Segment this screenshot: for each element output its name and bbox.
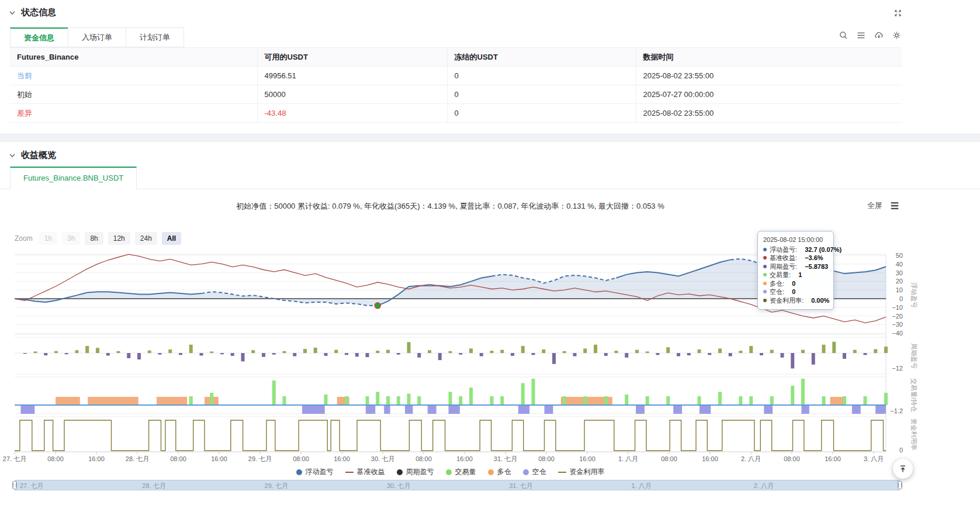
expand-icon[interactable] [893, 8, 903, 20]
cycle-pnl-bar [708, 353, 711, 355]
table-cell: 50000 [257, 85, 447, 104]
cycle-pnl-bar [594, 345, 597, 353]
series-bullet [763, 273, 767, 276]
chart-legend: 浮动盈亏 基准收益 周期盈亏 交易量 多仓 空仓 资金利用率 [15, 467, 886, 477]
legend-item-long[interactable]: 多仓 [488, 467, 511, 477]
volume-bar [698, 396, 701, 405]
x-axis-label: 29. 七月 [248, 455, 272, 462]
cycle-pnl-bar [324, 353, 328, 356]
cycle-pnl-bar [666, 347, 670, 353]
tab-plan-orders[interactable]: 计划订单 [126, 27, 184, 47]
legend-item-floating-pnl[interactable]: 浮动盈亏 [296, 467, 334, 477]
series-bullet [763, 282, 767, 285]
cycle-pnl-bar [272, 353, 276, 355]
cycle-pnl-bar [54, 351, 58, 353]
tab-fund-info[interactable]: 资金信息 [10, 27, 68, 47]
tab-entry-orders[interactable]: 入场订单 [68, 27, 126, 47]
table-row-initial: 初始 50000 0 2025-07-27 00:00:00 [10, 85, 902, 104]
navigator-left-handle[interactable] [12, 481, 17, 489]
gear-icon[interactable] [892, 30, 902, 40]
volume-bar [407, 394, 411, 406]
menu-icon[interactable] [856, 30, 866, 40]
short-position-block [764, 406, 773, 414]
y-axis-label: −10 [892, 304, 903, 311]
cycle-pnl-bar [469, 348, 473, 353]
cycle-pnl-bar [677, 353, 680, 357]
legend-item-cycle-pnl[interactable]: 周期盈亏 [397, 467, 434, 477]
series-bullet [763, 290, 767, 293]
cycle-pnl-bar [615, 351, 618, 353]
chevron-down-icon[interactable] [8, 9, 16, 17]
range-button-24h[interactable]: 24h [135, 232, 157, 245]
legend-item-short[interactable]: 空仓 [523, 467, 546, 477]
cycle-pnl-bar [687, 353, 691, 355]
x-axis-label: 16:00 [211, 455, 227, 462]
legend-item-benchmark[interactable]: 基准收益 [345, 467, 385, 477]
short-position-block [673, 406, 682, 414]
volume-bar [791, 386, 794, 405]
table-row-current: 当前 49956.51 0 2025-08-02 23:55:00 [10, 67, 902, 85]
cycle-pnl-bar [65, 353, 68, 354]
cycle-pnl-bar [884, 347, 888, 353]
cycle-pnl-bar [500, 350, 504, 354]
status-panel: 状态信息 资金信息 入场订单 计划订单 [0, 0, 980, 133]
x-axis-label: 2. 八月 [741, 455, 761, 462]
status-panel-title: 状态信息 [21, 7, 56, 18]
y-axis-label: 10 [896, 286, 903, 293]
range-button-12h[interactable]: 12h [108, 232, 130, 245]
legend-marker [558, 472, 566, 473]
cycle-pnl-bar [749, 346, 753, 353]
navigator-right-handle[interactable] [898, 481, 902, 489]
table-cell: -43.48 [257, 104, 447, 123]
arrow-up-to-line-icon [898, 464, 908, 473]
long-position-block [56, 397, 80, 405]
volume-bar [666, 396, 670, 405]
tab-futures-binance-bnb-usdt[interactable]: Futures_Binance.BNB_USDT [10, 167, 137, 189]
legend-marker [488, 469, 494, 475]
y-axis-label: 0 [899, 295, 903, 302]
x-axis-label: 27. 七月 [3, 455, 26, 462]
long-position-block [157, 397, 187, 405]
legend-item-utilization[interactable]: 资金利用率 [558, 467, 605, 477]
cycle-pnl-bar [386, 350, 390, 354]
tooltip-row: 空仓: 0 [763, 288, 828, 296]
long-position-block [830, 397, 843, 405]
cycle-pnl-bar [864, 353, 867, 355]
short-position-block [852, 406, 861, 414]
x-axis-label: 08:00 [170, 455, 186, 462]
row-label-current[interactable]: 当前 [10, 67, 257, 85]
utilization-line [15, 420, 886, 451]
cloud-download-icon[interactable] [874, 30, 884, 40]
search-icon[interactable] [839, 30, 849, 40]
x-axis-label: 08:00 [293, 455, 309, 462]
cycle-pnl-bar [334, 350, 338, 354]
cycle-pnl-bar [832, 342, 836, 353]
range-button-all[interactable]: All [162, 232, 181, 245]
range-button-3h[interactable]: 3h [62, 232, 80, 245]
cycle-pnl-bar [781, 353, 784, 358]
legend-marker [446, 469, 452, 475]
x-axis-label: 08:00 [415, 455, 432, 462]
volume-bar [739, 396, 743, 405]
legend-item-volume[interactable]: 交易量 [446, 467, 476, 477]
cycle-pnl-bar [355, 353, 359, 357]
volume-bar [283, 396, 286, 405]
cycle-pnl-bar [85, 346, 89, 353]
volume-bar [770, 396, 774, 405]
fullscreen-button[interactable]: 全屏 [867, 200, 882, 211]
table-cell: 2025-07-27 00:00:00 [636, 85, 902, 104]
scroll-to-top-button[interactable] [893, 459, 913, 479]
cycle-pnl-bar [314, 348, 317, 353]
range-button-8h[interactable]: 8h [85, 232, 103, 245]
cycle-pnl-bar [251, 350, 255, 353]
table-cell: 0 [447, 104, 636, 123]
range-button-1h[interactable]: 1h [39, 232, 57, 245]
cycle-pnl-bar [490, 351, 494, 353]
cycle-pnl-bar [438, 353, 442, 360]
chevron-down-icon[interactable] [8, 151, 16, 160]
navigator-label: 2. 八月 [754, 482, 774, 490]
navigator-selected-range[interactable]: 27. 七月28. 七月29. 七月30. 七月31. 七月1. 八月2. 八月 [15, 480, 900, 490]
symbol-tabs: Futures_Binance.BNB_USDT [0, 167, 980, 189]
y-axis-title: 资金利用率 [910, 418, 917, 451]
chart-context-menu-icon[interactable] [889, 201, 900, 210]
